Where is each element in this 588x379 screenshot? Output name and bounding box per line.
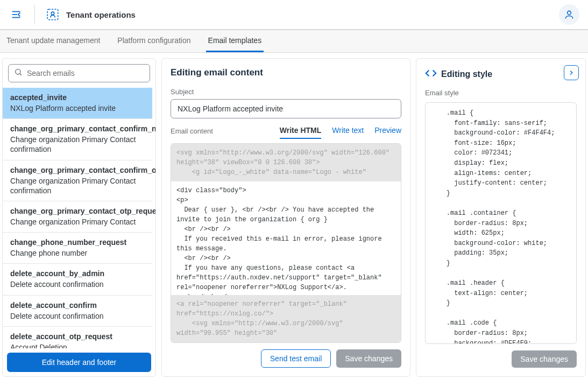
template-desc: Delete account confirmation (10, 311, 145, 321)
user-avatar-button[interactable] (559, 4, 579, 25)
template-desc: Change phone number (10, 248, 145, 258)
content-tabs: Write HTMLWrite textPreview (280, 126, 401, 139)
email-template-item[interactable]: change_org_primary_contact_otp_requestCh… (3, 201, 152, 233)
topbar: Tenant operations (0, 0, 588, 30)
search-input[interactable] (27, 69, 144, 78)
nav-tab[interactable]: Platform configuration (115, 30, 193, 52)
email-list[interactable]: accepted_inviteNXLog Platform accepted i… (3, 88, 155, 348)
template-name: delete_account_by_admin (10, 269, 145, 278)
svg-line-7 (20, 74, 22, 75)
template-name: change_org_primary_contact_otp_request (10, 207, 145, 215)
svg-point-6 (16, 69, 20, 74)
code-header-readonly: <svg xmlns="http://www.w3.org/2000/svg" … (171, 144, 401, 181)
template-name: accepted_invite (10, 93, 145, 102)
code-footer-readonly: <a rel="noopener noreferrer" target="_bl… (171, 295, 401, 342)
editing-style-title: Editing style (441, 69, 492, 79)
template-name: change_org_primary_contact_confirm_old (10, 166, 145, 174)
template-desc: Change organization Primary Contact conf… (10, 135, 145, 154)
svg-point-5 (568, 11, 571, 15)
tenant-icon (46, 8, 60, 22)
template-name: change_phone_number_request (10, 238, 145, 247)
save-style-button[interactable]: Save changes (512, 350, 577, 368)
save-content-button[interactable]: Save changes (336, 349, 401, 368)
email-code-editor[interactable]: <svg xmlns="http://www.w3.org/2000/svg" … (171, 143, 401, 343)
nav-tabs: Tenant update managementPlatform configu… (0, 30, 588, 53)
content-label: Email content (171, 127, 213, 135)
template-desc: Account Deletion (10, 342, 145, 348)
search-box[interactable] (8, 64, 150, 82)
template-name: change_org_primary_contact_confirm_new (10, 124, 145, 133)
email-template-item[interactable]: accepted_inviteNXLog Platform accepted i… (3, 88, 152, 119)
email-list-sidebar: accepted_inviteNXLog Platform accepted i… (2, 58, 156, 377)
template-desc: Change organization Primary Contact conf… (10, 176, 145, 195)
code-body-editable[interactable]: <div class="body"> <p> Dear { user }, <b… (171, 181, 401, 295)
nav-tab[interactable]: Tenant update management (4, 30, 102, 52)
content-tab[interactable]: Write text (332, 126, 364, 139)
template-name: delete_account_otp_request (10, 332, 145, 341)
style-label: Email style (425, 89, 577, 97)
search-icon (14, 68, 23, 79)
page-title: Tenant operations (66, 10, 136, 19)
edit-header-footer-button[interactable]: Edit header and footer (7, 353, 151, 372)
content-tab[interactable]: Write HTML (280, 126, 322, 139)
divider (34, 5, 35, 24)
template-desc: Change organization Primary Contact (10, 217, 145, 227)
email-template-item[interactable]: change_phone_number_requestChange phone … (3, 233, 152, 264)
template-desc: Delete account confirmation (10, 279, 145, 289)
template-name: delete_account_confirm (10, 301, 145, 310)
email-template-item[interactable]: delete_account_otp_requestAccount Deleti… (3, 327, 152, 348)
subject-label: Subject (171, 88, 401, 96)
nav-tab[interactable]: Email templates (206, 30, 264, 52)
send-test-email-button[interactable]: Send test email (261, 349, 331, 368)
style-code-editor[interactable]: .mail { font-family: sans-serif; backgro… (425, 102, 577, 344)
collapse-panel-button[interactable] (564, 65, 579, 80)
content-tab[interactable]: Preview (374, 126, 401, 139)
menu-toggle-button[interactable] (9, 7, 24, 22)
svg-point-4 (51, 12, 54, 15)
template-desc: NXLog Platform accepted invite (10, 103, 145, 113)
email-template-item[interactable]: delete_account_confirmDelete account con… (3, 296, 152, 327)
editing-content-panel: Editing email content Subject Email cont… (161, 58, 410, 377)
subject-input[interactable] (171, 99, 401, 118)
editing-style-panel: Editing style Email style .mail { font-f… (416, 58, 586, 377)
email-template-item[interactable]: change_org_primary_contact_confirm_newCh… (3, 119, 152, 160)
email-template-item[interactable]: change_org_primary_contact_confirm_oldCh… (3, 160, 152, 201)
code-icon (425, 67, 437, 81)
editing-content-title: Editing email content (171, 67, 401, 78)
email-template-item[interactable]: delete_account_by_adminDelete account co… (3, 264, 152, 295)
